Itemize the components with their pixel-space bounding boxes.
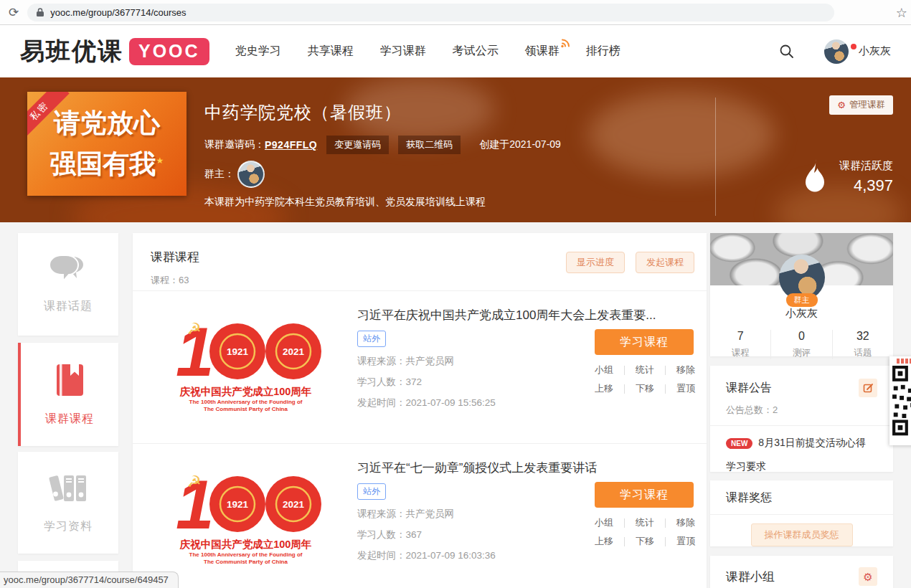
show-progress-button[interactable]: 显示进度 — [566, 252, 625, 273]
anniversary-100-logo: 1 ☭ 1921 2021 — [170, 316, 322, 384]
notification-dot — [851, 44, 856, 49]
group-link[interactable]: 小组 — [595, 516, 613, 529]
cover-slogan-line2-text: 强国有我 — [50, 149, 156, 179]
reload-icon[interactable]: ⟳ — [9, 6, 19, 19]
course-list-header: 课群课程 课程：63 显示进度 发起课程 — [133, 233, 707, 290]
course-title[interactable]: 习近平在庆祝中国共产党成立100周年大会上发表重要... — [357, 307, 695, 323]
rewards-button-row: 操作课群成员奖惩 — [710, 523, 893, 546]
announcements-header: 课群公告 — [726, 379, 877, 397]
announcement-text: 8月31日前提交活动心得 — [758, 437, 865, 450]
stat-topics[interactable]: 32 话题 — [832, 330, 893, 359]
invite-row: 课群邀请码： P924FFLQ 变更邀请码 获取二维码 创建于2021-07-0… — [204, 136, 561, 154]
cover-stamp-icon: ★ — [156, 156, 164, 166]
qr-code-widget[interactable] — [889, 356, 911, 445]
username[interactable]: 小灰灰 — [859, 44, 891, 58]
sidebar-item-label: 学习资料 — [44, 519, 93, 534]
stat-value: 7 — [710, 330, 770, 343]
change-invite-code-button[interactable]: 变更邀请码 — [326, 136, 389, 154]
sidebar-item-topics[interactable]: 课群话题 — [18, 233, 118, 336]
qr-code — [892, 366, 911, 440]
rewards-title: 课群奖惩 — [726, 491, 772, 503]
nav-item-ranking[interactable]: 排行榜 — [586, 44, 620, 59]
groups-settings-button[interactable]: ⚙ — [859, 567, 877, 586]
search-icon[interactable] — [779, 44, 794, 59]
sidebar-item-courses[interactable]: 课群课程 — [18, 343, 118, 446]
course-thumbnail[interactable]: 1 ☭ 1921 2021 庆祝中国共产党成立100周年 The 100th A… — [161, 307, 330, 422]
link-status-tooltip: yooc.me/group/3677714/course/649457 — [0, 572, 179, 588]
group-link[interactable]: 小组 — [595, 364, 613, 376]
sidebar-item-materials[interactable]: 学习资料 — [18, 452, 118, 554]
thumb-caption-cn: 庆祝中国共产党成立100周年 — [180, 385, 312, 399]
edit-icon — [863, 383, 873, 393]
announcement-item[interactable]: 学习要求 — [726, 460, 877, 472]
content: 课群话题 课群课程 — [0, 222, 911, 588]
manage-rewards-button[interactable]: 操作课群成员奖惩 — [751, 523, 853, 546]
gear-icon: ⚙ — [863, 572, 872, 582]
announcements-card: 课群公告 公告总数：2 NEW 8月31日前提交活动心得 学习要求 — [710, 366, 893, 472]
group-title: 中药学院党校（暑假班） — [204, 101, 561, 124]
course-source: 课程来源：共产党员网 — [357, 508, 586, 521]
edit-announcement-button[interactable] — [859, 379, 877, 397]
profile-name: 小灰灰 — [710, 307, 893, 321]
invite-code-link[interactable]: P924FFLQ — [265, 139, 317, 151]
remove-link[interactable]: 移除 — [676, 364, 695, 376]
announcement-item[interactable]: NEW 8月31日前提交活动心得 — [726, 437, 877, 450]
create-course-button[interactable]: 发起课程 — [636, 252, 694, 273]
pin-top-link[interactable]: 置顶 — [676, 382, 695, 395]
user-avatar[interactable] — [824, 39, 849, 64]
activity-label: 课群活跃度 — [839, 159, 893, 173]
course-columns: 站外 课程来源：共产党员网 学习人数：367 发起时间：2021-07-09 1… — [357, 482, 695, 562]
year-2021: 2021 — [282, 499, 304, 510]
owner-profile-card: 群主 小灰灰 7 课程 0 测评 32 话题 — [710, 233, 893, 356]
move-down-link[interactable]: 下移 — [636, 382, 654, 395]
course-actions: 学习课程 小组 统计 移除 上移 — [595, 482, 695, 562]
activity-text: 课群活跃度 4,397 — [839, 159, 893, 195]
offsite-badge: 站外 — [357, 483, 386, 500]
get-qrcode-button[interactable]: 获取二维码 — [398, 136, 461, 154]
owner-label: 群主： — [204, 168, 235, 181]
signal-icon — [560, 37, 571, 51]
nav-links: 党史学习 共享课程 学习课群 考试公示 领课群 排行榜 — [235, 44, 620, 59]
nav-item-exam-notice[interactable]: 考试公示 — [453, 44, 499, 59]
bookmark-star-icon[interactable]: ☆ — [896, 5, 907, 21]
course-meta: 站外 课程来源：共产党员网 学习人数：367 发起时间：2021-07-09 1… — [357, 482, 586, 562]
pin-top-link[interactable]: 置顶 — [676, 535, 695, 548]
year-2021: 2021 — [282, 346, 304, 357]
move-down-link[interactable]: 下移 — [636, 535, 654, 548]
course-title[interactable]: 习近平在“七一勋章”颁授仪式上发表重要讲话 — [357, 460, 695, 476]
course-columns: 站外 课程来源：共产党员网 学习人数：372 发起时间：2021-07-09 1… — [357, 329, 695, 409]
stat-courses[interactable]: 7 课程 — [710, 330, 770, 359]
separator — [624, 537, 625, 546]
nav-item-claim-group[interactable]: 领课群 — [525, 44, 560, 59]
stat-assessments[interactable]: 0 测评 — [770, 330, 831, 359]
banner-divider — [715, 98, 716, 216]
manage-group-button[interactable]: ⚙ 管理课群 — [829, 95, 893, 115]
hammer-sickle-icon: ☭ — [187, 473, 202, 490]
nav-right: 小灰灰 — [779, 39, 891, 64]
owner-avatar[interactable] — [237, 161, 265, 188]
thumb-caption-cn: 庆祝中国共产党成立100周年 — [180, 538, 312, 551]
course-row: 1 ☭ 1921 2021 庆祝中国共产党成立100周年 The 100th A… — [133, 444, 707, 588]
logo-text: 易班优课 — [20, 35, 123, 68]
divider — [710, 425, 893, 426]
stats-link[interactable]: 统计 — [636, 364, 654, 376]
nav-item-shared-courses[interactable]: 共享课程 — [308, 44, 354, 59]
cover-slogan-line1: 请党放心 — [54, 105, 160, 142]
study-course-button[interactable]: 学习课程 — [595, 482, 694, 508]
move-up-link[interactable]: 上移 — [595, 535, 613, 548]
thumb-caption-en2: The Communist Party of China — [204, 406, 288, 413]
course-thumbnail[interactable]: 1 ☭ 1921 2021 庆祝中国共产党成立100周年 The 100th A… — [161, 460, 330, 574]
study-course-button[interactable]: 学习课程 — [595, 329, 694, 355]
move-up-link[interactable]: 上移 — [595, 382, 613, 395]
course-row: 1 ☭ 1921 2021 庆祝中国共产党成立100周年 The 100th A… — [133, 291, 707, 444]
banner-background-glow — [588, 92, 775, 178]
browser-bar: ⟳ yooc.me/group/3677714/courses ☆ — [0, 0, 911, 25]
logo[interactable]: 易班优课 YOOC — [20, 35, 209, 68]
nav-item-party-history[interactable]: 党史学习 — [235, 44, 281, 59]
logo-badge: YOOC — [129, 38, 209, 65]
remove-link[interactable]: 移除 — [676, 516, 695, 529]
nav-item-study-groups[interactable]: 学习课群 — [380, 44, 426, 59]
address-bar[interactable]: yooc.me/group/3677714/courses — [27, 4, 834, 22]
divider — [710, 514, 893, 515]
stats-link[interactable]: 统计 — [636, 516, 654, 529]
